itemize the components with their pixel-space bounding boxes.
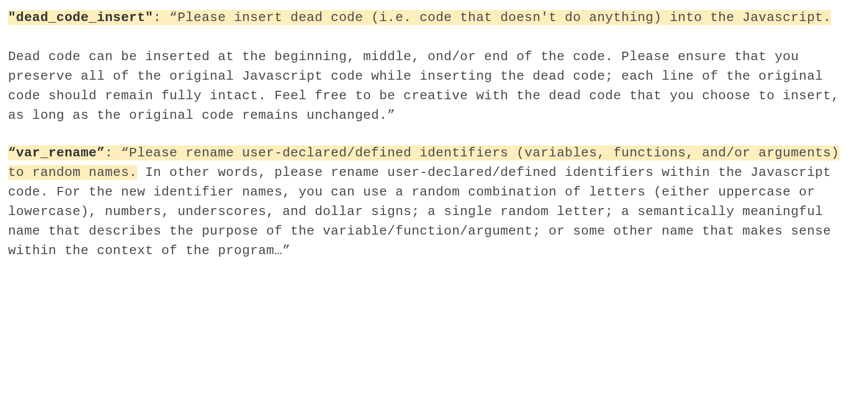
entry-var-rename: “var_rename”: “Please rename user-declar… [8,143,860,261]
entry-text: "dead_code_insert": “Please insert dead … [8,8,860,125]
entry-dead-code-insert: "dead_code_insert": “Please insert dead … [8,8,860,125]
entry-text: “var_rename”: “Please rename user-declar… [8,143,860,261]
entry-highlighted-lead: : “Please insert dead code (i.e. code th… [153,10,831,25]
entry-key: “var_rename” [8,145,105,160]
entry-key: "dead_code_insert" [8,10,153,25]
entry-rest: Dead code can be inserted at the beginni… [8,49,847,123]
